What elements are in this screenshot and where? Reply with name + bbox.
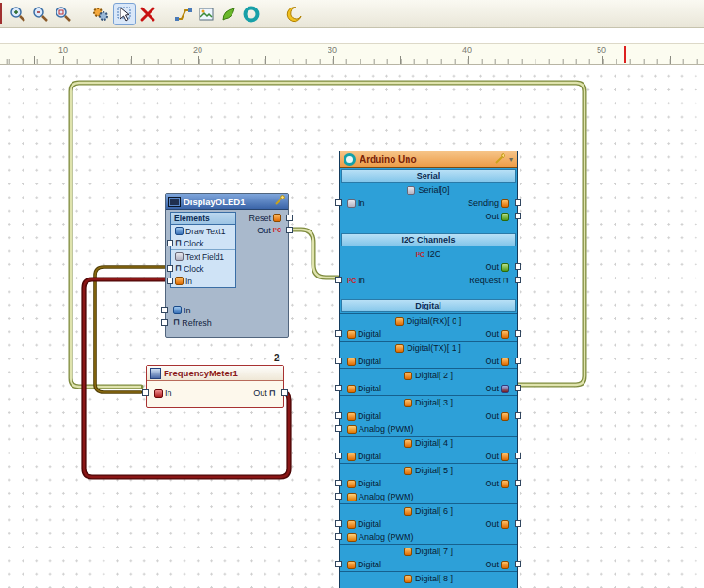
digital-out-pin[interactable] [515,330,521,337]
frequency-meter-pins: In Out ⊓ [147,381,283,405]
pwm-pin[interactable] [335,493,342,500]
draw-text-clock-row: ⊓ Clock [171,237,235,249]
oled-in-row: In [166,304,288,316]
digital-out-pin[interactable] [515,358,521,364]
digital-in-pin[interactable] [335,385,342,391]
digital-io-row: DigitalOut [340,409,517,422]
digital-channel-group: Digital[ 7 ]DigitalOut [340,544,517,571]
digital-out-pin[interactable] [515,453,521,459]
leaf-icon[interactable] [218,4,239,24]
serial-sending-pin[interactable] [515,199,521,206]
export-image-icon[interactable] [196,4,216,24]
ruler-number: 50 [597,45,606,55]
digital-channel-group: Digital[ 5 ]DigitalOutAnalog (PWM) [340,463,517,503]
in-icon [175,277,184,285]
reset-pin[interactable] [286,215,293,221]
oled-in-pin[interactable] [161,307,168,313]
wand-icon[interactable] [274,195,285,208]
i2c-out-pin[interactable] [515,263,521,270]
serial-in-pin[interactable] [335,199,342,206]
frequency-meter-icon [150,368,161,379]
i2c-request-label: Request [469,276,501,285]
digital-channel-group: Digital[ 6 ]DigitalOutAnalog (PWM) [340,503,517,544]
digital-channel-group: Digital(TX)[ 1 ]DigitalOut [340,341,517,368]
delete-icon[interactable] [137,4,158,24]
out-icon [501,480,509,488]
clock-icon: ⊓ [269,389,276,398]
i2c-out-pin[interactable] [286,227,293,233]
ruler-cursor-marker [624,46,626,63]
settings-gears-icon[interactable] [90,4,111,24]
frequency-out-pin[interactable] [281,389,288,396]
text-field-clock-row: ⊓ Clock [171,262,235,275]
out-icon [501,385,509,393]
digital-channel-label-row: Digital(TX)[ 1 ] [340,342,517,355]
visuino-board-icon [344,153,356,166]
digital-out-pin[interactable] [515,480,521,486]
digital-in-pin[interactable] [335,561,342,567]
zoom-out-icon[interactable] [30,4,51,24]
digital-in-pin[interactable] [335,330,342,337]
digital-out-label: Out [485,384,499,393]
zoom-in-icon[interactable] [8,4,28,24]
digital-io-row: DigitalOut [340,327,517,341]
block-frequency-meter1[interactable]: FrequencyMeter1 In Out ⊓ [146,365,284,408]
crescent-icon[interactable] [284,4,305,24]
visuino-logo-icon[interactable] [241,4,262,24]
out-icon [501,213,509,221]
digital-in-pin[interactable] [335,358,342,364]
text-field-in-pin[interactable] [167,278,173,284]
i2c-out-pin-label: Out [257,226,271,235]
digital-out-pin[interactable] [515,561,521,567]
clock-icon: ⊓ [173,318,180,326]
i2c-in-label: In [358,276,365,285]
pwm-row: Analog (PWM) [340,422,517,436]
zoom-fit-icon[interactable] [53,4,73,24]
digital-pin-label: Digital [358,329,381,339]
draw-text-clock-label: Clock [184,239,203,248]
digital-channel-icon [395,344,404,353]
serial-out-pin[interactable] [515,213,521,219]
frequency-in-label: In [165,389,172,398]
i2c-channel-row: I²C I2C [340,247,517,261]
digital-out-pin[interactable] [515,412,521,419]
digital-in-pin[interactable] [335,520,342,527]
pwm-pin-label: Analog (PWM) [359,532,414,542]
frequency-in-pin[interactable] [142,389,149,396]
pwm-pin[interactable] [335,533,342,540]
digital-in-pin[interactable] [335,480,342,486]
serial-io-row1: In Sending [340,197,517,210]
digital-in-pin[interactable] [335,453,342,459]
digital-channel-label: Digital[ 6 ] [415,506,453,516]
digital-pin-label: Digital [358,479,381,488]
text-field-clock-pin[interactable] [167,265,173,272]
serial-in-label: In [358,199,365,208]
display-oled-header: DisplayOLED1 [166,194,288,210]
pwm-pin[interactable] [335,425,342,432]
digital-out-pin[interactable] [515,385,521,391]
digital-in-pin[interactable] [335,412,342,419]
digital-channel-label-row: Digital[ 4 ] [340,437,517,450]
frequency-in-icon [154,389,163,398]
select-tool-icon[interactable] [113,3,136,25]
i2c-in-pin[interactable] [335,277,342,283]
digital-pin-label: Digital [358,519,381,529]
block-arduino-uno[interactable]: Arduino Uno ▾ Serial Serial[0] In Sendin… [339,151,518,588]
oled-refresh-pin[interactable] [161,319,168,326]
oled-refresh-row: ⊓ Refresh [166,316,288,328]
digital-out-label: Out [485,519,499,529]
digital-channel-icon [404,372,412,380]
digital-out-pin[interactable] [515,520,521,527]
text-field-label: Text Field1 [185,252,224,262]
block-display-oled1[interactable]: DisplayOLED1 Reset Out I²C Elements Draw… [165,193,289,338]
i2c-request-pin[interactable] [515,277,521,283]
digital-channel-label-row: Digital[ 5 ] [340,464,517,477]
wire-tool-icon[interactable] [173,4,194,24]
reset-pin-row: Reset [233,212,288,224]
wand-icon[interactable] [494,153,505,167]
digital-channel-label: Digital[ 3 ] [415,398,453,407]
serial-channel-label: Serial[0] [418,185,449,195]
chevron-down-icon[interactable]: ▾ [509,155,513,164]
draw-text-clock-pin[interactable] [167,240,173,246]
draw-text-row: Draw Text1 [171,225,235,237]
